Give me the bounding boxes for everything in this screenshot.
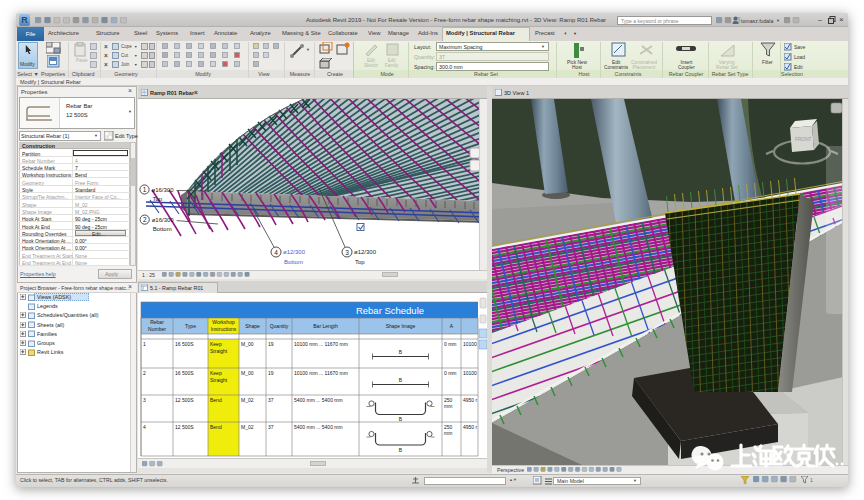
svg-text:Shape Image: Shape Image [386,323,416,329]
svg-text:Number: Number [148,326,166,332]
svg-text:Bend: Bend [210,424,222,430]
svg-text:Bar Length: Bar Length [313,323,338,329]
svg-text:mm: mm [444,430,452,436]
svg-text:3: 3 [143,397,146,403]
svg-text:ø12/300: ø12/300 [283,249,306,255]
svg-text:37: 37 [268,397,274,403]
svg-text:4950 r: 4950 r [463,424,478,430]
svg-text:1: 1 [143,186,147,193]
svg-text:12 500S: 12 500S [175,424,194,430]
svg-text:5400 mm ... 5400 mm: 5400 mm ... 5400 mm [294,397,343,403]
svg-text:4950 r: 4950 r [463,397,478,403]
svg-text:19: 19 [268,370,274,376]
svg-text:M_02: M_02 [241,397,254,403]
svg-text:M_00: M_00 [241,341,254,347]
svg-text:3: 3 [345,249,349,256]
svg-text:Top: Top [355,259,365,265]
svg-text:Bottom: Bottom [284,259,303,265]
svg-text:10100: 10100 [463,341,477,347]
svg-text:2: 2 [143,216,147,223]
svg-text:2: 2 [143,370,146,376]
svg-text:Rebar Schedule: Rebar Schedule [356,305,424,316]
svg-text:0 mm: 0 mm [444,341,457,347]
svg-text:12 500S: 12 500S [175,397,194,403]
svg-text:Top: Top [153,196,163,202]
svg-text:Straight: Straight [210,348,228,354]
svg-text:Bend: Bend [210,397,222,403]
svg-text:4: 4 [274,249,278,256]
svg-text:ø12/300: ø12/300 [354,249,377,255]
svg-text:Straight: Straight [210,377,228,383]
svg-text:Rebar: Rebar [150,319,164,325]
svg-text:10100 mm ... 11670 mm: 10100 mm ... 11670 mm [294,341,348,347]
svg-text:10100 mm ... 11670 mm: 10100 mm ... 11670 mm [294,370,348,376]
svg-text:1: 1 [143,341,146,347]
svg-text:4: 4 [143,424,146,430]
svg-text:5400 mm ... 5400 mm: 5400 mm ... 5400 mm [294,424,343,430]
svg-text:Shape: Shape [245,323,260,329]
svg-text:19: 19 [268,341,274,347]
svg-text:Instructions: Instructions [211,326,237,332]
svg-text:Quantity: Quantity [270,323,289,329]
svg-text:mm: mm [444,403,452,409]
svg-text:M_00: M_00 [241,370,254,376]
svg-text:M_02: M_02 [241,424,254,430]
svg-text:Bottom: Bottom [153,226,172,232]
svg-text:Type: Type [185,323,196,329]
svg-text:ø16/300: ø16/300 [152,187,175,193]
svg-text:37: 37 [268,424,274,430]
svg-text:ø16/300: ø16/300 [152,217,175,223]
svg-text:Workshop: Workshop [212,319,235,325]
svg-text:Keep: Keep [210,370,222,376]
svg-text:16 500S: 16 500S [175,370,194,376]
svg-text:FRONT: FRONT [795,137,812,142]
svg-text:Keep: Keep [210,341,222,347]
svg-text:10100: 10100 [463,370,477,376]
svg-text:16 500S: 16 500S [175,341,194,347]
svg-text:0 mm: 0 mm [444,370,457,376]
